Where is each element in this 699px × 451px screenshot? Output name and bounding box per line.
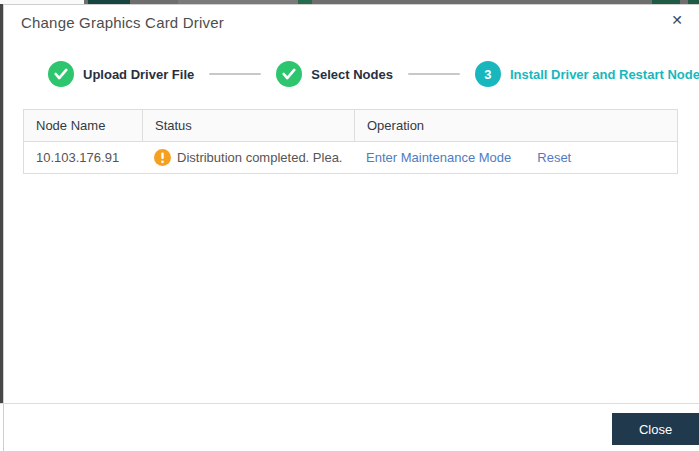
column-header-node-name: Node Name xyxy=(24,110,142,141)
check-icon xyxy=(48,61,74,87)
close-button[interactable]: Close xyxy=(612,413,699,445)
step-label-install-driver: Install Driver and Restart Nodes xyxy=(510,67,699,82)
step-label-select-nodes: Select Nodes xyxy=(311,67,393,82)
check-icon xyxy=(282,68,296,80)
dialog-title: Change Graphics Card Driver xyxy=(21,14,224,31)
node-name-cell: 10.103.176.91 xyxy=(24,143,142,172)
step-label-upload-driver-file: Upload Driver File xyxy=(83,67,194,82)
operation-cell: Enter Maintenance Mode Reset xyxy=(354,143,677,172)
warning-icon xyxy=(154,149,171,166)
reset-link[interactable]: Reset xyxy=(537,150,571,165)
step-connector xyxy=(408,73,460,75)
footer-divider xyxy=(0,403,699,404)
table-header-row: Node Name Status Operation xyxy=(24,110,677,142)
status-text: Distribution completed. Plea... xyxy=(177,150,342,165)
step-connector xyxy=(209,73,261,75)
column-header-status: Status xyxy=(142,110,354,141)
nodes-table: Node Name Status Operation 10.103.176.91… xyxy=(23,109,678,174)
check-icon xyxy=(54,68,68,80)
column-header-operation: Operation xyxy=(354,110,677,141)
enter-maintenance-mode-link[interactable]: Enter Maintenance Mode xyxy=(366,150,511,165)
status-cell: Distribution completed. Plea... xyxy=(142,142,354,173)
table-row: 10.103.176.91 Distribution completed. Pl… xyxy=(24,142,677,173)
close-icon[interactable]: ✕ xyxy=(671,13,683,27)
change-graphics-card-driver-dialog: Change Graphics Card Driver ✕ Upload Dri… xyxy=(3,4,699,451)
step-wizard: Upload Driver File Select Nodes 3 Instal… xyxy=(48,61,699,87)
check-icon xyxy=(276,61,302,87)
step-number-badge: 3 xyxy=(475,61,501,87)
